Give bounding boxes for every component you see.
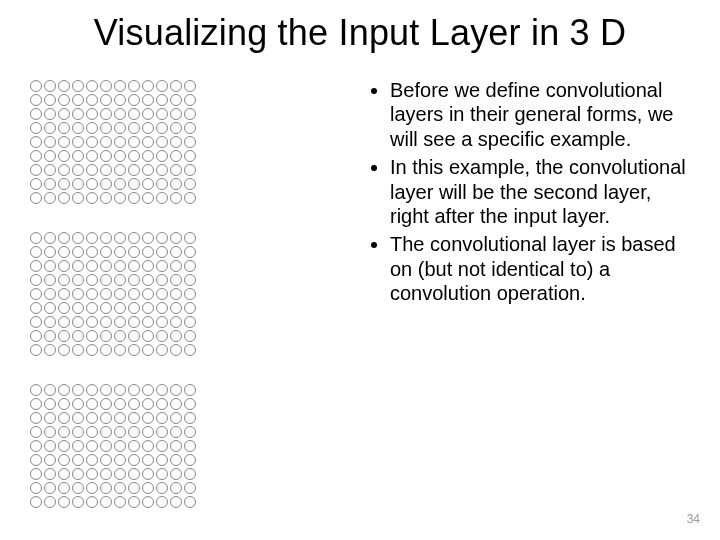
grid-dot (30, 164, 42, 176)
grid-dot (30, 384, 42, 396)
grid-dot (86, 384, 98, 396)
grid-dot (58, 136, 70, 148)
grid-dot (114, 260, 126, 272)
grid-dot (100, 288, 112, 300)
grid-dot (30, 468, 42, 480)
grid-dot (86, 302, 98, 314)
grid-dot (30, 398, 42, 410)
grid-dot (72, 232, 84, 244)
grid-dot (30, 108, 42, 120)
grid-dot (156, 164, 168, 176)
grid-dot (114, 232, 126, 244)
grid-dot (44, 274, 56, 286)
grid-dot (128, 94, 140, 106)
grid-dot (44, 246, 56, 258)
grid-dot (100, 440, 112, 452)
grid-dot (142, 260, 154, 272)
grid-dot (156, 412, 168, 424)
grid-dot (128, 288, 140, 300)
grid-dot (44, 164, 56, 176)
grid-dot (142, 440, 154, 452)
grid-dot (100, 330, 112, 342)
grid-dot (184, 150, 196, 162)
circle-grid (30, 384, 196, 508)
circle-grid (30, 80, 196, 204)
grid-dot (156, 288, 168, 300)
grid-dot (86, 136, 98, 148)
grid-dot (128, 330, 140, 342)
grid-dot (72, 468, 84, 480)
grid-dot (100, 454, 112, 466)
grid-dot (44, 94, 56, 106)
grid-dot (30, 178, 42, 190)
grid-dot (114, 192, 126, 204)
grid-dot (72, 412, 84, 424)
grid-dot (114, 344, 126, 356)
grid-dot (114, 482, 126, 494)
grid-dot (58, 412, 70, 424)
grid-dot (156, 136, 168, 148)
grid-dot (170, 454, 182, 466)
grid-dot (156, 80, 168, 92)
grid-dot (44, 108, 56, 120)
grid-dot (58, 426, 70, 438)
grid-dot (156, 496, 168, 508)
grid-dot (58, 440, 70, 452)
grid-dot (184, 232, 196, 244)
grid-dot (30, 246, 42, 258)
grid-dot (58, 316, 70, 328)
grid-dot (156, 384, 168, 396)
grid-dot (30, 426, 42, 438)
grid-dot (86, 122, 98, 134)
grid-dot (44, 316, 56, 328)
grid-dot (100, 246, 112, 258)
grid-dot (30, 80, 42, 92)
grid-dot (128, 316, 140, 328)
grid-dot (184, 192, 196, 204)
grid-dot (58, 274, 70, 286)
grid-dot (86, 288, 98, 300)
grid-dot (142, 246, 154, 258)
grid-dot (156, 94, 168, 106)
grid-dot (142, 108, 154, 120)
slide-title: Visualizing the Input Layer in 3 D (0, 12, 720, 54)
grid-dot (86, 412, 98, 424)
grid-dot (142, 94, 154, 106)
grid-dot (170, 108, 182, 120)
grid-dot (44, 426, 56, 438)
grid-dot (142, 164, 154, 176)
grid-dot (58, 398, 70, 410)
grid-dot (44, 150, 56, 162)
bullet-list: Before we define convolutional layers in… (370, 78, 690, 310)
grid-dot (128, 454, 140, 466)
grid-dot (72, 302, 84, 314)
grid-dot (184, 454, 196, 466)
grid-dot (184, 80, 196, 92)
grid-dot (44, 288, 56, 300)
grid-dot (58, 164, 70, 176)
grid-dot (184, 330, 196, 342)
grid-dot (100, 136, 112, 148)
grid-dot (184, 412, 196, 424)
grid-dot (86, 232, 98, 244)
grid-dot (142, 496, 154, 508)
grid-dot (114, 150, 126, 162)
grid-dot (72, 80, 84, 92)
grid-dot (184, 426, 196, 438)
grid-dot (58, 232, 70, 244)
grid-dot (128, 178, 140, 190)
grid-dot (184, 302, 196, 314)
grid-dot (72, 482, 84, 494)
grid-dot (170, 122, 182, 134)
grid-dot (114, 398, 126, 410)
grid-dot (100, 122, 112, 134)
grid-dot (156, 122, 168, 134)
grid-dot (44, 178, 56, 190)
grid-dot (58, 80, 70, 92)
slide: Visualizing the Input Layer in 3 D Befor… (0, 0, 720, 540)
grid-dot (58, 302, 70, 314)
grid-dot (184, 94, 196, 106)
grid-dot (72, 496, 84, 508)
grid-dot (156, 330, 168, 342)
grid-dot (128, 384, 140, 396)
